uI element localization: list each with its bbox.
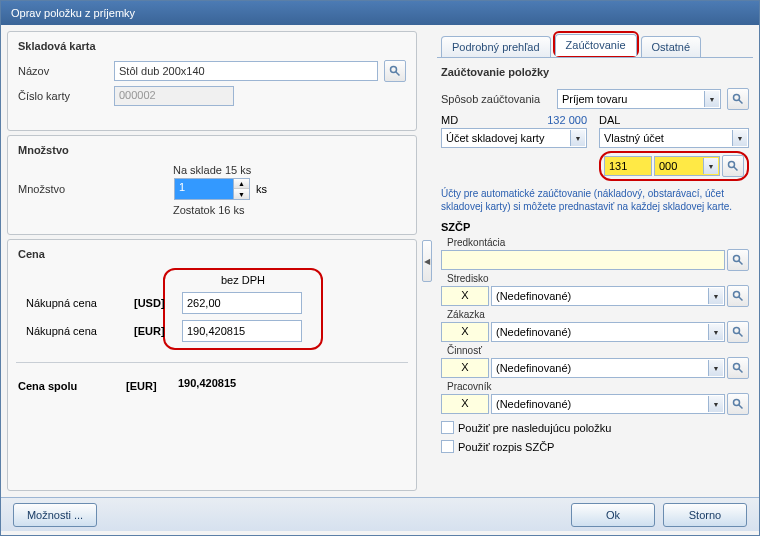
checkbox-pouzit-nasled[interactable] <box>441 421 454 434</box>
dal-lookup-button[interactable] <box>722 155 744 177</box>
szcp-predkontacia-label: Predkontácia <box>447 237 749 248</box>
szcp-cinnost-lookup[interactable] <box>727 357 749 379</box>
chevron-down-icon: ▼ <box>708 396 723 412</box>
svg-line-3 <box>739 100 743 104</box>
titlebar: Oprav položku z príjemky <box>1 1 759 25</box>
group-mnozstvo: Množstvo Na sklade 15 ks Množstvo 1 ▲ ▼ … <box>7 135 417 235</box>
search-icon <box>732 290 744 302</box>
checkbox-pouzit-rozpis-label: Použiť rozpis SZČP <box>458 441 554 453</box>
search-icon <box>732 254 744 266</box>
svg-line-11 <box>739 333 743 337</box>
szcp-pracovnik-lookup[interactable] <box>727 393 749 415</box>
nakup-eur-cur: [EUR] <box>134 325 174 337</box>
nazov-input[interactable] <box>114 61 378 81</box>
dal-label: DAL <box>599 114 620 126</box>
section-title-zauctovanie: Zaúčtovanie položky <box>441 66 749 78</box>
checkbox-pouzit-nasled-label: Použiť pre nasledujúcu položku <box>458 422 611 434</box>
md-select[interactable]: Účet skladovej karty ▼ <box>441 128 587 148</box>
svg-line-9 <box>739 297 743 301</box>
chevron-down-icon: ▼ <box>570 130 585 146</box>
divider <box>16 362 408 363</box>
szcp-stredisko-x[interactable]: X <box>441 286 489 306</box>
dal-input-1[interactable] <box>604 156 652 176</box>
svg-point-14 <box>734 400 740 406</box>
szcp-pracovnik-select[interactable]: (Nedefinované)▼ <box>491 394 725 414</box>
svg-point-12 <box>734 364 740 370</box>
szcp-zakazka-x[interactable]: X <box>441 322 489 342</box>
szcp-zakazka-lookup[interactable] <box>727 321 749 343</box>
svg-point-8 <box>734 292 740 298</box>
tabs: Podrobný prehľad Zaúčtovanie Ostatné <box>437 31 753 58</box>
dal-select[interactable]: Vlastný účet ▼ <box>599 128 749 148</box>
cislo-input[interactable]: 000002 <box>114 86 234 106</box>
storno-button[interactable]: Storno <box>663 503 747 527</box>
na-sklade-text: Na sklade 15 ks <box>173 164 406 176</box>
sposob-select[interactable]: Príjem tovaru ▼ <box>557 89 721 109</box>
spin-up-button[interactable]: ▲ <box>234 179 249 189</box>
svg-line-13 <box>739 369 743 373</box>
dal-input-2-select[interactable]: 000 ▼ <box>654 156 720 176</box>
szcp-predkontacia-lookup[interactable] <box>727 249 749 271</box>
svg-point-6 <box>734 256 740 262</box>
search-icon <box>732 398 744 410</box>
tab-zauctovanie[interactable]: Zaúčtovanie <box>555 34 637 56</box>
search-icon <box>732 93 744 105</box>
chevron-down-icon: ▼ <box>708 288 723 304</box>
szcp-zakazka-select[interactable]: (Nedefinované)▼ <box>491 322 725 342</box>
szcp-pracovnik-x[interactable]: X <box>441 394 489 414</box>
tab-ostatne[interactable]: Ostatné <box>641 36 702 57</box>
chevron-down-icon: ▼ <box>708 360 723 376</box>
ok-button[interactable]: Ok <box>571 503 655 527</box>
svg-line-5 <box>734 167 738 171</box>
group-title-mnoz: Množstvo <box>18 144 406 156</box>
search-icon <box>732 326 744 338</box>
szcp-cinnost-label: Činnosť <box>447 345 749 356</box>
window-title: Oprav položku z príjemky <box>11 7 135 19</box>
chevron-down-icon: ▼ <box>704 91 719 107</box>
nakup-usd-label: Nákupná cena <box>26 297 126 309</box>
mnozstvo-unit: ks <box>256 183 267 195</box>
nazov-lookup-button[interactable] <box>384 60 406 82</box>
szcp-cinnost-select[interactable]: (Nedefinované)▼ <box>491 358 725 378</box>
chevron-down-icon: ▼ <box>703 158 718 174</box>
svg-point-4 <box>729 162 735 168</box>
szcp-title: SZČP <box>441 221 749 233</box>
zostatok-text: Zostatok 16 ks <box>173 204 406 216</box>
chevron-down-icon: ▼ <box>732 130 747 146</box>
nakup-usd-input[interactable] <box>182 292 302 314</box>
svg-line-1 <box>396 72 400 76</box>
group-title-cena: Cena <box>18 248 406 260</box>
szcp-stredisko-lookup[interactable] <box>727 285 749 307</box>
svg-point-10 <box>734 328 740 334</box>
nakup-eur-input[interactable] <box>182 320 302 342</box>
checkbox-pouzit-rozpis[interactable] <box>441 440 454 453</box>
chevron-down-icon: ▼ <box>708 324 723 340</box>
spolu-value: 190,420815 <box>174 375 294 397</box>
moznosti-button[interactable]: Možnosti ... <box>13 503 97 527</box>
szcp-cinnost-x[interactable]: X <box>441 358 489 378</box>
svg-line-7 <box>739 261 743 265</box>
tab-podrobny-prehlad[interactable]: Podrobný prehľad <box>441 36 551 57</box>
szcp-predkontacia-input[interactable] <box>441 250 725 270</box>
sposob-lookup-button[interactable] <box>727 88 749 110</box>
bez-dph-header: bez DPH <box>171 274 315 286</box>
group-skladova-karta: Skladová karta Názov Číslo karty 000002 <box>7 31 417 131</box>
md-label: MD <box>441 114 458 126</box>
szcp-stredisko-select[interactable]: (Nedefinované)▼ <box>491 286 725 306</box>
mnozstvo-label: Množstvo <box>18 183 168 195</box>
nazov-label: Názov <box>18 65 108 77</box>
nakup-usd-cur: [USD] <box>134 297 174 309</box>
svg-line-15 <box>739 405 743 409</box>
nakup-eur-label: Nákupná cena <box>26 325 126 337</box>
sposob-label: Spôsob zaúčtovania <box>441 93 551 105</box>
svg-point-2 <box>734 95 740 101</box>
szcp-zakazka-label: Zákazka <box>447 309 749 320</box>
spin-down-button[interactable]: ▼ <box>234 189 249 199</box>
svg-point-0 <box>391 67 397 73</box>
cislo-label: Číslo karty <box>18 90 108 102</box>
hint-text: Účty pre automatické zaúčtovanie (náklad… <box>441 187 749 213</box>
mnozstvo-input[interactable]: 1 <box>174 178 234 200</box>
group-cena: Cena bez DPH Nákupná cena [USD] Nákupná … <box>7 239 417 491</box>
splitter-handle[interactable]: ◀ <box>422 240 432 282</box>
search-icon <box>727 160 739 172</box>
